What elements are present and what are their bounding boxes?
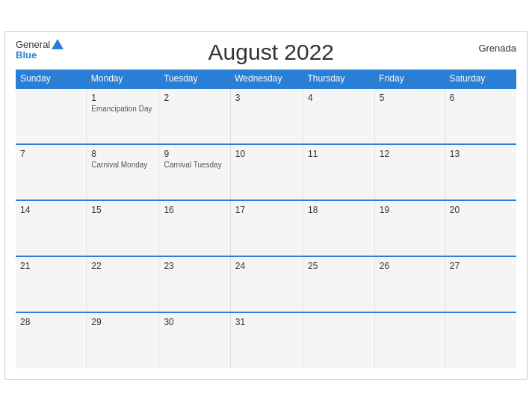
calendar-cell (445, 312, 516, 368)
calendar-cell: 16 (159, 200, 230, 256)
day-number: 6 (450, 93, 512, 103)
calendar-cell: 4 (303, 88, 375, 144)
header-monday: Monday (87, 69, 159, 88)
calendar-header: General Blue August 2022 Grenada (16, 40, 516, 65)
calendar-cell: 19 (374, 200, 445, 256)
calendar-cell: 8Carnival Monday (87, 144, 159, 200)
logo-general: General (16, 40, 50, 50)
calendar-cell: 6 (445, 88, 516, 144)
logo-triangle-icon (52, 39, 64, 49)
header-tuesday: Tuesday (159, 69, 230, 88)
day-number: 26 (380, 261, 440, 271)
header-wednesday: Wednesday (230, 69, 303, 88)
header-saturday: Saturday (445, 69, 516, 88)
calendar-week-row: 28293031 (16, 312, 516, 368)
day-number: 17 (235, 205, 298, 215)
calendar-cell: 12 (374, 144, 445, 200)
day-number: 9 (164, 149, 225, 159)
day-number: 18 (308, 205, 370, 215)
calendar-week-row: 14151617181920 (16, 200, 516, 256)
day-event: Carnival Monday (91, 161, 154, 169)
header-thursday: Thursday (303, 69, 375, 88)
calendar-country: Grenada (478, 40, 516, 54)
day-number: 13 (450, 149, 512, 159)
day-number: 20 (450, 205, 512, 215)
day-number: 21 (20, 261, 81, 271)
day-number: 11 (308, 149, 370, 159)
calendar-cell: 11 (303, 144, 375, 200)
calendar-week-row: 78Carnival Monday9Carnival Tuesday101112… (16, 144, 516, 200)
weekday-header-row: Sunday Monday Tuesday Wednesday Thursday… (16, 69, 516, 88)
logo: General Blue (16, 40, 64, 61)
calendar-cell: 20 (445, 200, 516, 256)
day-number: 8 (91, 149, 154, 159)
day-number: 3 (235, 93, 298, 103)
calendar-cell: 25 (303, 256, 375, 312)
calendar-cell: 10 (230, 144, 303, 200)
calendar-cell: 1Emancipation Day (87, 88, 159, 144)
calendar-cell: 29 (87, 312, 159, 368)
calendar-cell: 9Carnival Tuesday (159, 144, 230, 200)
calendar-cell: 26 (374, 256, 445, 312)
calendar-title: August 2022 (64, 40, 478, 65)
day-number: 7 (20, 149, 81, 159)
day-number: 31 (235, 317, 298, 327)
calendar-cell: 2 (159, 88, 230, 144)
calendar-cell: 23 (159, 256, 230, 312)
logo-text: General (16, 40, 50, 50)
calendar-week-row: 21222324252627 (16, 256, 516, 312)
calendar-cell: 27 (445, 256, 516, 312)
calendar-cell: 18 (303, 200, 375, 256)
day-number: 22 (91, 261, 154, 271)
day-number: 1 (91, 93, 154, 103)
day-number: 16 (164, 205, 225, 215)
day-number: 15 (91, 205, 154, 215)
day-number: 23 (164, 261, 225, 271)
calendar-cell: 30 (159, 312, 230, 368)
calendar-container: General Blue August 2022 Grenada Sunday … (4, 31, 528, 380)
calendar-cell: 14 (16, 200, 87, 256)
day-number: 30 (164, 317, 225, 327)
calendar-table: Sunday Monday Tuesday Wednesday Thursday… (16, 69, 516, 368)
calendar-cell: 5 (374, 88, 445, 144)
day-number: 29 (91, 317, 154, 327)
logo-blue-text: Blue (16, 50, 37, 61)
calendar-cell (374, 312, 445, 368)
day-number: 2 (164, 93, 225, 103)
day-event: Carnival Tuesday (164, 161, 225, 169)
calendar-cell: 31 (230, 312, 303, 368)
calendar-cell: 17 (230, 200, 303, 256)
day-number: 5 (380, 93, 440, 103)
day-number: 28 (20, 317, 81, 327)
day-number: 24 (235, 261, 298, 271)
day-number: 10 (235, 149, 298, 159)
day-number: 4 (308, 93, 370, 103)
calendar-cell (16, 88, 87, 144)
calendar-cell: 24 (230, 256, 303, 312)
calendar-cell: 15 (87, 200, 159, 256)
calendar-cell: 7 (16, 144, 87, 200)
calendar-week-row: 1Emancipation Day23456 (16, 88, 516, 144)
calendar-cell: 28 (16, 312, 87, 368)
day-number: 25 (308, 261, 370, 271)
header-friday: Friday (374, 69, 445, 88)
header-sunday: Sunday (16, 69, 87, 88)
calendar-cell: 22 (87, 256, 159, 312)
day-number: 27 (450, 261, 512, 271)
day-number: 14 (20, 205, 81, 215)
calendar-cell: 3 (230, 88, 303, 144)
calendar-cell (303, 312, 375, 368)
calendar-cell: 13 (445, 144, 516, 200)
day-number: 19 (380, 205, 440, 215)
logo-blue: Blue (16, 50, 37, 61)
calendar-cell: 21 (16, 256, 87, 312)
day-event: Emancipation Day (91, 105, 154, 113)
day-number: 12 (380, 149, 440, 159)
